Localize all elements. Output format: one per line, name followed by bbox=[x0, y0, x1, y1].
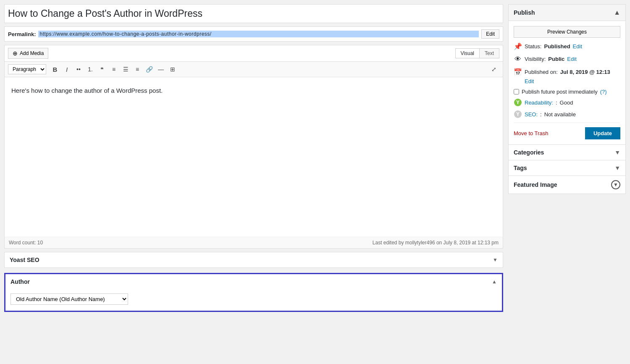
published-on-label: Published on: bbox=[525, 68, 558, 76]
yoast-seo-title: Yoast SEO bbox=[10, 257, 39, 263]
format-toolbar: Paragraph B I •• 1. ❝ ≡ ☰ ≡ 🔗 — ⊞ ⤢ bbox=[5, 62, 503, 77]
paragraph-select[interactable]: Paragraph bbox=[8, 64, 46, 74]
publish-chevron-icon: ▲ bbox=[614, 9, 620, 16]
align-left-button[interactable]: ≡ bbox=[108, 64, 119, 75]
visibility-label: Visibility: bbox=[525, 55, 546, 63]
status-row: 📌 Status: Published Edit bbox=[514, 42, 620, 51]
featured-image-header[interactable]: Featured Image ▼ bbox=[509, 176, 625, 194]
publish-immediately-checkbox[interactable] bbox=[514, 89, 519, 94]
last-edited: Last edited by mollytyler496 on July 8, … bbox=[373, 240, 499, 246]
status-value: Published bbox=[544, 43, 570, 50]
editor-footer: Word count: 10 Last edited by mollytyler… bbox=[5, 237, 503, 248]
yoast-seo-box: Yoast SEO ▼ bbox=[4, 252, 503, 268]
add-media-label: Add Media bbox=[20, 50, 44, 56]
align-center-button[interactable]: ☰ bbox=[120, 64, 131, 75]
table-button[interactable]: ⊞ bbox=[167, 64, 178, 75]
post-content-text: Here's how to change the author of a Wor… bbox=[11, 86, 496, 96]
published-on-edit-link[interactable]: Edit bbox=[525, 78, 534, 85]
permalink-edit-button[interactable]: Edit bbox=[481, 29, 499, 39]
status-label: Status: bbox=[525, 43, 541, 50]
italic-button[interactable]: I bbox=[61, 64, 72, 75]
featured-image-title: Featured Image bbox=[514, 181, 557, 188]
categories-title: Categories bbox=[514, 149, 544, 156]
status-edit-link[interactable]: Edit bbox=[573, 43, 582, 50]
expand-button[interactable]: ⤢ bbox=[488, 64, 499, 75]
yoast-seo-header[interactable]: Yoast SEO ▼ bbox=[5, 252, 503, 267]
author-box-arrow-icon: ▲ bbox=[492, 279, 497, 285]
calendar-icon: 📅 bbox=[514, 68, 522, 77]
publish-box-header[interactable]: Publish ▲ bbox=[509, 5, 625, 21]
author-box-title: Author bbox=[10, 278, 30, 285]
visibility-row: 👁 Visibility: Public Edit bbox=[514, 55, 620, 64]
featured-image-box: Featured Image ▼ bbox=[508, 176, 626, 194]
preview-changes-button[interactable]: Preview Changes bbox=[514, 26, 620, 38]
categories-header[interactable]: Categories ▼ bbox=[509, 145, 625, 160]
tags-header[interactable]: Tags ▼ bbox=[509, 160, 625, 175]
readability-value: Good bbox=[560, 100, 573, 106]
publish-immediately-label: Publish future post immediately bbox=[522, 89, 598, 95]
visibility-edit-link[interactable]: Edit bbox=[567, 55, 576, 63]
status-icon: 📌 bbox=[514, 42, 522, 51]
seo-row: Y SEO: : Not available bbox=[514, 110, 620, 118]
ordered-list-button[interactable]: 1. bbox=[85, 64, 96, 75]
editor-toolbar-top: ⊕ Add Media Visual Text bbox=[5, 45, 503, 62]
bold-button[interactable]: B bbox=[50, 64, 60, 75]
read-more-button[interactable]: — bbox=[155, 64, 166, 75]
author-select[interactable]: Old Author Name (Old Author Name) bbox=[10, 293, 128, 305]
visibility-icon: 👁 bbox=[514, 55, 522, 64]
permalink-label: Permalink: bbox=[8, 31, 36, 37]
publish-box: Publish ▲ Preview Changes 📌 Status: Publ… bbox=[508, 4, 626, 145]
seo-icon: Y bbox=[514, 110, 522, 118]
seo-value: Not available bbox=[544, 111, 576, 118]
tags-title: Tags bbox=[514, 165, 527, 171]
visibility-value: Public bbox=[548, 55, 564, 63]
permalink-url: https://www.example.com/how-to-change-a-… bbox=[38, 31, 479, 37]
readability-link[interactable]: Readability: bbox=[525, 100, 553, 106]
blockquote-button[interactable]: ❝ bbox=[97, 64, 108, 75]
move-to-trash-link[interactable]: Move to Trash bbox=[514, 130, 548, 136]
categories-box: Categories ▼ bbox=[508, 145, 626, 160]
svg-text:Y: Y bbox=[516, 111, 520, 117]
readability-separator: : bbox=[556, 100, 557, 106]
word-count: Word count: 10 bbox=[9, 240, 43, 246]
align-right-button[interactable]: ≡ bbox=[132, 64, 143, 75]
publish-box-content: Preview Changes 📌 Status: Published Edit… bbox=[509, 21, 625, 144]
update-button[interactable]: Update bbox=[585, 127, 620, 139]
add-media-icon: ⊕ bbox=[13, 50, 18, 57]
post-title-input[interactable] bbox=[4, 4, 503, 23]
publish-immediately-help-link[interactable]: (?) bbox=[600, 89, 607, 95]
add-media-button[interactable]: ⊕ Add Media bbox=[8, 48, 48, 59]
visual-tab[interactable]: Visual bbox=[456, 49, 480, 58]
published-on-row: 📅 Published on: Jul 8, 2019 @ 12:13 Edit bbox=[514, 68, 620, 86]
seo-link[interactable]: SEO: bbox=[525, 111, 538, 118]
yoast-seo-arrow-icon: ▼ bbox=[493, 257, 498, 263]
text-tab[interactable]: Text bbox=[480, 49, 499, 58]
featured-image-toggle-button[interactable]: ▼ bbox=[611, 180, 620, 189]
readability-row: Y Readability: : Good bbox=[514, 98, 620, 107]
published-on-value: Jul 8, 2019 @ 12:13 bbox=[560, 68, 610, 76]
author-box: Author ▲ Old Author Name (Old Author Nam… bbox=[4, 273, 503, 312]
tags-box: Tags ▼ bbox=[508, 160, 626, 176]
author-box-header[interactable]: Author ▲ bbox=[5, 274, 502, 289]
publish-box-title: Publish bbox=[514, 9, 535, 16]
svg-text:Y: Y bbox=[516, 100, 520, 105]
tags-arrow-icon: ▼ bbox=[614, 165, 620, 171]
permalink-row: Permalink: https://www.example.com/how-t… bbox=[4, 26, 503, 42]
categories-arrow-icon: ▼ bbox=[614, 149, 620, 156]
unordered-list-button[interactable]: •• bbox=[73, 64, 84, 75]
link-button[interactable]: 🔗 bbox=[144, 64, 155, 75]
author-box-content: Old Author Name (Old Author Name) bbox=[5, 289, 502, 311]
seo-separator: : bbox=[540, 111, 542, 118]
editor-content[interactable]: Here's how to change the author of a Wor… bbox=[5, 77, 503, 237]
publish-immediately-row: Publish future post immediately (?) bbox=[514, 89, 620, 95]
readability-icon: Y bbox=[514, 98, 522, 107]
editor-area: ⊕ Add Media Visual Text Paragraph B I ••… bbox=[4, 45, 503, 249]
publish-actions-row: Move to Trash Update bbox=[514, 123, 620, 139]
view-tabs: Visual Text bbox=[455, 48, 499, 58]
